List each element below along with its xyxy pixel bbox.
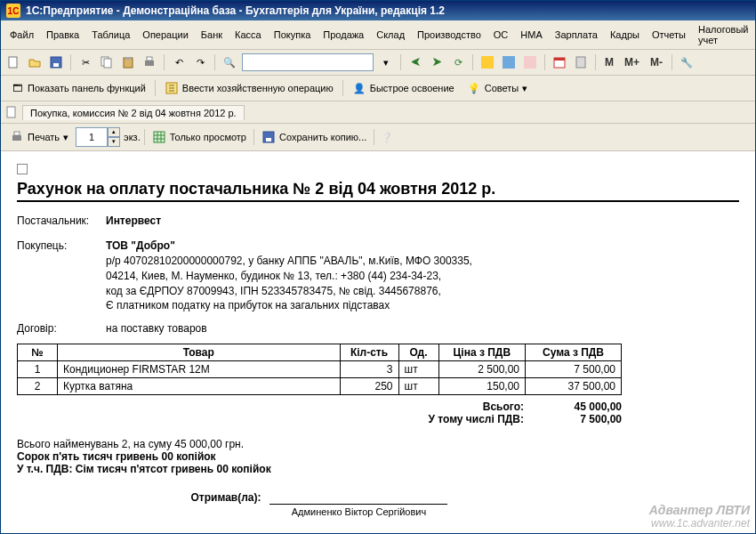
svg-rect-21 (266, 138, 271, 142)
find-icon[interactable]: 🔍 (221, 53, 238, 71)
contract-label: Договір: (17, 322, 106, 335)
bulb-icon: 💡 (467, 81, 481, 95)
paste-icon[interactable] (119, 53, 137, 71)
menu-sale[interactable]: Продажа (318, 28, 369, 42)
menu-table[interactable]: Таблица (86, 28, 135, 42)
memory-m-minus[interactable]: M- (647, 56, 666, 69)
main-toolbar: ✂ ↶ ↷ 🔍 ▾ ⮜ ⮞ ⟳ M M+ M- 🔧 (1, 50, 755, 76)
title-bar: 1C 1С:Предприятие - Демонстраційна база … (1, 1, 755, 20)
spin-down-icon[interactable]: ▾ (108, 137, 120, 147)
svg-rect-6 (125, 57, 131, 60)
tips-button[interactable]: 💡 Советы ▾ (463, 79, 531, 97)
menu-reports[interactable]: Отчеты (647, 28, 691, 42)
menu-file[interactable]: Файл (4, 28, 39, 42)
app-logo-icon: 1C (6, 4, 20, 18)
chevron-down-icon: ▾ (63, 132, 68, 143)
watermark: Адвантер ЛВТИ www.1c.advanter.net (649, 503, 750, 530)
total-label: Всього: (483, 400, 524, 413)
table-row: 2 Куртка ватяна 250 шт 150,00 37 500,00 (18, 378, 622, 395)
calc-icon[interactable] (572, 53, 590, 71)
show-panel-button[interactable]: 🗔 Показать панель функций (6, 79, 149, 97)
menu-operations[interactable]: Операции (137, 28, 193, 42)
app1-icon[interactable] (479, 53, 496, 71)
menu-bank[interactable]: Банк (196, 28, 228, 42)
svg-rect-8 (147, 57, 152, 61)
svg-rect-11 (524, 56, 536, 69)
document-title: Рахунок на оплату постачальника № 2 від … (17, 180, 739, 198)
menu-os[interactable]: ОС (488, 28, 514, 42)
spin-up-icon[interactable]: ▴ (108, 127, 120, 137)
forward-icon[interactable]: ⮞ (428, 53, 446, 71)
redo-icon[interactable]: ↷ (191, 53, 209, 71)
app3-icon[interactable] (521, 53, 539, 71)
menu-salary[interactable]: Зарплата (550, 28, 603, 42)
summary-words: Сорок п'ять тисяч гривень 00 копійок (17, 450, 739, 463)
open-icon[interactable] (26, 53, 44, 71)
memory-m[interactable]: M (601, 56, 617, 69)
total-value: 45 000,00 (542, 400, 622, 413)
document-toolbar: Печать ▾ ▴ ▾ экз. Только просмотр Сохран… (1, 124, 755, 151)
svg-rect-17 (12, 135, 21, 141)
table-icon (152, 130, 166, 144)
refresh-icon[interactable]: ⟳ (449, 53, 467, 71)
signature-row: Отримав(ла): Админенко Віктор Сергійович (17, 491, 622, 517)
menu-cash[interactable]: Касса (229, 28, 267, 42)
new-icon[interactable] (4, 53, 22, 71)
table-row: 1 Кондиционер FIRMSTAR 12M 3 шт 2 500,00… (18, 361, 622, 378)
app2-icon[interactable] (500, 53, 518, 71)
panel-icon: 🗔 (10, 81, 24, 95)
summary-count: Всього найменувань 2, на суму 45 000,00 … (17, 438, 739, 450)
save-copy-button[interactable]: Сохранить копию... (258, 128, 370, 146)
svg-rect-4 (104, 59, 111, 68)
svg-rect-14 (576, 57, 585, 68)
items-table: № Товар Кіл-сть Од. Ціна з ПДВ Сума з ПД… (17, 344, 622, 395)
supplier-value: Интервест (106, 214, 161, 227)
copies-suffix: экз. (124, 132, 141, 142)
copy-icon[interactable] (98, 53, 116, 71)
summary-vat-words: У т.ч. ПДВ: Сім тисяч п'ятсот гривень 00… (17, 463, 739, 475)
menu-purchase[interactable]: Покупка (269, 28, 317, 42)
svg-rect-13 (554, 58, 565, 61)
save-icon[interactable] (47, 53, 65, 71)
buyer-label: Покупець: (17, 239, 106, 252)
memory-m-plus[interactable]: M+ (621, 56, 643, 69)
buyer-value: ТОВ "Добро" (106, 239, 175, 252)
enter-operation-button[interactable]: Ввести хозяйственную операцию (161, 79, 337, 97)
document-tab[interactable]: Покупка, комиссия № 2 від 04 жовтня 2012… (22, 105, 245, 120)
calendar-icon[interactable] (551, 53, 568, 71)
svg-rect-19 (154, 132, 165, 142)
address-combo[interactable] (242, 53, 374, 71)
menu-warehouse[interactable]: Склад (371, 28, 410, 42)
print-icon[interactable] (141, 53, 158, 71)
dropdown-icon[interactable]: ▾ (377, 53, 395, 71)
menu-nma[interactable]: НМА (515, 28, 547, 42)
print-button[interactable]: Печать ▾ (6, 128, 72, 146)
received-label: Отримав(ла): (191, 491, 261, 504)
col-name: Товар (58, 344, 340, 361)
tab-title: Покупка, комиссия № 2 від 04 жовтня 2012… (30, 108, 237, 118)
quick-start-button[interactable]: 👤 Быстрое освоение (349, 79, 458, 97)
menu-hr[interactable]: Кадры (605, 28, 645, 42)
menu-production[interactable]: Производство (412, 28, 487, 42)
wizard-icon: 👤 (352, 81, 366, 95)
settings-icon[interactable]: 🔧 (678, 53, 696, 71)
title-underline (17, 200, 739, 202)
copies-spinner[interactable]: ▴ ▾ (76, 127, 120, 147)
svg-rect-0 (9, 57, 17, 68)
view-only-button[interactable]: Только просмотр (149, 128, 250, 146)
svg-rect-18 (14, 132, 20, 135)
secondary-toolbar: 🗔 Показать панель функций Ввести хозяйст… (1, 76, 755, 101)
vat-value: 7 500,00 (542, 413, 622, 425)
copies-input[interactable] (76, 127, 108, 147)
help-icon[interactable]: ❔ (378, 128, 396, 146)
signature-line (269, 491, 447, 505)
menu-tax[interactable]: Налоговый учет (693, 22, 754, 47)
back-icon[interactable]: ⮜ (406, 53, 424, 71)
menu-edit[interactable]: Правка (41, 28, 84, 42)
cut-icon[interactable]: ✂ (76, 53, 94, 71)
contract-value: на поставку товаров (106, 322, 207, 335)
svg-rect-9 (481, 56, 494, 69)
undo-icon[interactable]: ↶ (170, 53, 188, 71)
svg-rect-10 (503, 56, 515, 69)
vat-label: У тому числі ПДВ: (428, 413, 524, 425)
